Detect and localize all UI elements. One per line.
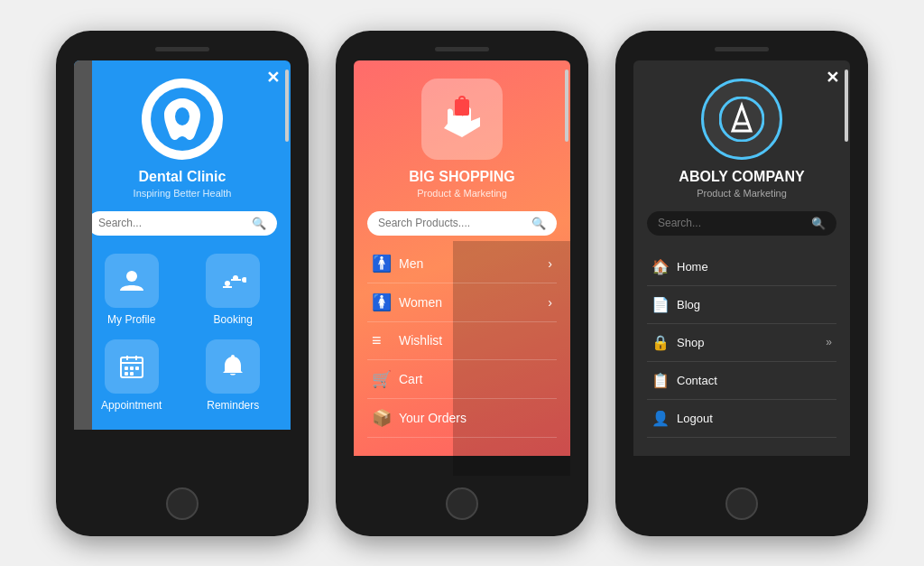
svg-rect-12 bbox=[135, 367, 139, 370]
women-label: Women bbox=[399, 295, 442, 310]
svg-point-1 bbox=[175, 107, 189, 125]
dental-search-bar[interactable]: 🔍 bbox=[88, 211, 277, 236]
men-chevron: › bbox=[548, 256, 552, 271]
phones-container: ✕ Dental Clinic Inspiring Better Health … bbox=[38, 13, 886, 554]
close-button-aboly[interactable]: ✕ bbox=[826, 68, 839, 88]
wishlist-label: Wishlist bbox=[399, 333, 442, 348]
cart-icon: 🛒 bbox=[372, 369, 399, 389]
aboly-menu-blog[interactable]: 📄 Blog bbox=[647, 286, 836, 324]
cart-label: Cart bbox=[399, 372, 422, 386]
men-label: Men bbox=[399, 256, 423, 271]
phone-dental: ✕ Dental Clinic Inspiring Better Health … bbox=[56, 31, 309, 536]
shopping-menu-cart[interactable]: 🛒 Cart bbox=[367, 360, 557, 399]
profile-icon bbox=[105, 254, 159, 308]
dental-title: Dental Clinic bbox=[139, 169, 226, 185]
profile-label: My Profile bbox=[107, 313, 155, 326]
dental-menu-profile[interactable]: My Profile bbox=[88, 254, 176, 326]
shop-icon: 🔒 bbox=[651, 334, 677, 351]
shopping-search-input[interactable] bbox=[378, 217, 513, 229]
svg-point-2 bbox=[126, 271, 137, 282]
booking-icon bbox=[206, 254, 260, 308]
booking-label: Booking bbox=[214, 313, 253, 326]
dental-menu-grid: My Profile Booking bbox=[88, 254, 277, 412]
shopping-menu-wishlist[interactable]: ≡ Wishlist bbox=[367, 322, 557, 360]
svg-point-5 bbox=[242, 277, 246, 283]
aboly-menu-home[interactable]: 🏠 Home bbox=[647, 248, 836, 286]
svg-point-3 bbox=[225, 281, 230, 286]
shop-label: Shop bbox=[677, 336, 704, 349]
appointment-label: Appointment bbox=[101, 399, 162, 412]
reminders-label: Reminders bbox=[207, 399, 259, 412]
shopping-menu-orders[interactable]: 📦 Your Orders bbox=[367, 399, 557, 438]
contact-icon: 📋 bbox=[651, 372, 677, 389]
women-icon: 🚺 bbox=[372, 292, 399, 312]
svg-rect-11 bbox=[130, 367, 134, 370]
logout-label: Logout bbox=[677, 412, 713, 425]
appointment-icon bbox=[105, 339, 159, 394]
search-icon-aboly: 🔍 bbox=[811, 217, 826, 230]
shopping-search-bar[interactable]: 🔍 bbox=[367, 211, 557, 236]
svg-point-15 bbox=[231, 355, 235, 358]
aboly-title: ABOLY COMPANY bbox=[679, 169, 804, 185]
shopping-logo bbox=[421, 79, 503, 160]
phone-speaker-1 bbox=[155, 47, 209, 51]
left-sidebar bbox=[74, 60, 92, 430]
scrollbar-2[interactable] bbox=[565, 70, 568, 142]
phone-speaker-2 bbox=[435, 47, 489, 51]
shopping-menu-women[interactable]: 🚺 Women › bbox=[367, 283, 557, 322]
aboly-search-input[interactable] bbox=[658, 217, 792, 229]
phone-speaker-3 bbox=[715, 47, 769, 51]
dental-search-input[interactable] bbox=[98, 217, 233, 229]
shopping-title: BIG SHOPPING bbox=[409, 169, 514, 185]
home-label: Home bbox=[677, 260, 708, 274]
screen-shopping: BIG SHOPPING Product & Marketing 🔍 🚹 Men… bbox=[354, 60, 570, 480]
scrollbar-3[interactable] bbox=[845, 70, 848, 142]
dental-screen-content: ✕ Dental Clinic Inspiring Better Health … bbox=[74, 60, 291, 430]
dental-menu-appointment[interactable]: Appointment bbox=[88, 339, 176, 412]
women-chevron: › bbox=[548, 295, 552, 310]
dental-menu-reminders[interactable]: Reminders bbox=[189, 339, 278, 412]
dental-menu-booking[interactable]: Booking bbox=[189, 254, 278, 326]
orders-icon: 📦 bbox=[372, 408, 399, 428]
shopping-menu-list: 🚹 Men › 🚺 Women › ≡ Wishlist 🛒 bbox=[367, 245, 557, 438]
wishlist-icon: ≡ bbox=[372, 331, 399, 350]
shopping-screen-content: BIG SHOPPING Product & Marketing 🔍 🚹 Men… bbox=[354, 60, 570, 456]
dental-subtitle: Inspiring Better Health bbox=[134, 188, 232, 199]
logout-icon: 👤 bbox=[651, 410, 677, 427]
svg-rect-17 bbox=[459, 97, 465, 101]
scrollbar-1[interactable] bbox=[285, 70, 289, 142]
screen-aboly: ✕ ABOLY COMPANY Product & Marketing bbox=[633, 60, 850, 480]
phone-home-btn-2[interactable] bbox=[446, 487, 478, 520]
svg-rect-10 bbox=[125, 367, 128, 370]
aboly-menu-contact[interactable]: 📋 Contact bbox=[647, 362, 836, 400]
reminders-icon bbox=[206, 339, 260, 394]
search-icon-dental: 🔍 bbox=[252, 217, 266, 230]
shop-chevron: » bbox=[826, 336, 832, 348]
aboly-menu-list: 🏠 Home 📄 Blog 🔒 Shop » 📋 Contact bbox=[647, 248, 836, 438]
aboly-screen-content: ✕ ABOLY COMPANY Product & Marketing bbox=[633, 60, 850, 456]
aboly-subtitle: Product & Marketing bbox=[697, 188, 787, 199]
home-icon: 🏠 bbox=[651, 258, 677, 275]
close-button-dental[interactable]: ✕ bbox=[266, 68, 280, 88]
shopping-menu-men[interactable]: 🚹 Men › bbox=[367, 245, 557, 283]
phone-home-btn-3[interactable] bbox=[725, 487, 758, 520]
aboly-logo bbox=[701, 79, 782, 160]
dental-logo bbox=[142, 79, 223, 160]
svg-rect-13 bbox=[125, 372, 128, 376]
blog-icon: 📄 bbox=[651, 296, 677, 313]
men-icon: 🚹 bbox=[372, 254, 399, 274]
orders-label: Your Orders bbox=[399, 411, 467, 425]
phone-home-btn-1[interactable] bbox=[166, 487, 199, 520]
contact-label: Contact bbox=[677, 374, 717, 387]
shopping-subtitle: Product & Marketing bbox=[417, 188, 507, 199]
search-icon-shopping: 🔍 bbox=[531, 217, 546, 230]
aboly-search-bar[interactable]: 🔍 bbox=[647, 211, 836, 236]
aboly-menu-shop[interactable]: 🔒 Shop » bbox=[647, 324, 836, 362]
screen-dental: ✕ Dental Clinic Inspiring Better Health … bbox=[74, 60, 291, 480]
svg-rect-14 bbox=[130, 372, 134, 376]
aboly-menu-logout[interactable]: 👤 Logout bbox=[647, 400, 836, 438]
blog-label: Blog bbox=[677, 298, 700, 311]
phone-shopping: BIG SHOPPING Product & Marketing 🔍 🚹 Men… bbox=[336, 31, 588, 536]
phone-aboly: ✕ ABOLY COMPANY Product & Marketing bbox=[615, 31, 868, 536]
